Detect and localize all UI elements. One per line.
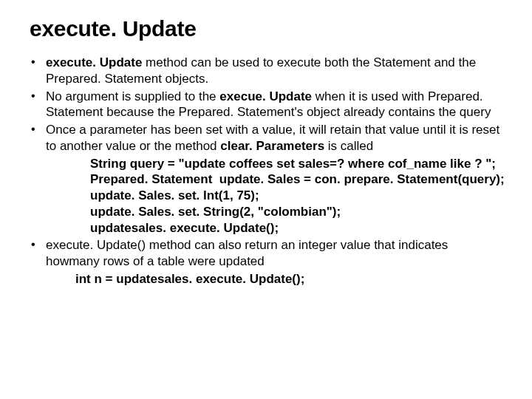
body-text: is called — [324, 139, 373, 153]
bullet-list: execute. Update method can be used to ex… — [30, 55, 502, 287]
code-line: update. Sales. set. String(2, "colombian… — [90, 204, 502, 220]
code-line: update. Sales. set. Int(1, 75); — [90, 188, 502, 204]
bold-text: execute. Update — [46, 55, 146, 69]
bold-text: execue. Update — [219, 89, 312, 103]
body-text: execute. Update() method can also return… — [46, 238, 448, 268]
code-line: updatesales. execute. Update(); — [90, 220, 502, 236]
bullet-item: execute. Update() method can also return… — [30, 237, 502, 287]
code-line: String query = "update coffees set sales… — [90, 156, 502, 172]
bullet-item: No argument is supplied to the execue. U… — [30, 89, 502, 121]
code-line: Prepared. Statement update. Sales = con.… — [90, 171, 502, 188]
code-block: String query = "update coffees set sales… — [90, 156, 502, 236]
code-line: int n = updatesales. execute. Update(); — [75, 271, 502, 287]
bold-text: clear. Parameters — [220, 139, 324, 153]
bullet-item: execute. Update method can be used to ex… — [30, 55, 502, 87]
body-text: No argument is supplied to the — [46, 89, 219, 103]
page-title: execute. Update — [30, 16, 502, 41]
bullet-item: Once a parameter has been set with a val… — [30, 122, 502, 236]
